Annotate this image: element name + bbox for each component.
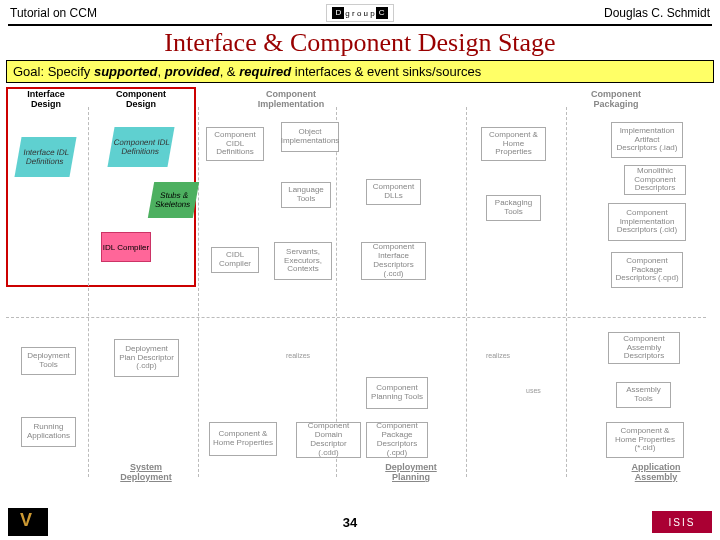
- node-interface-idl: Interface IDL Definitions: [14, 137, 76, 177]
- goal-suffix: interfaces & event sinks/sources: [291, 64, 481, 79]
- node-lang-tools: Language Tools: [281, 182, 331, 208]
- node-deploy-plan-desc: Deployment Plan Descriptor (.cdp): [114, 339, 179, 377]
- node-comp-pkg-desc: Component Package Descriptors (.cpd): [611, 252, 683, 288]
- divider-v5: [566, 107, 567, 477]
- label-realizes: realizes: [286, 352, 310, 359]
- node-cidl-compiler: CIDL Compiler: [211, 247, 259, 273]
- footer: V 34 ISIS: [0, 508, 720, 536]
- goal-c1: ,: [158, 64, 165, 79]
- col-deploy-plan: Deployment Planning: [371, 462, 451, 482]
- header-divider: [8, 24, 712, 26]
- node-comp-asm-desc: Component Assembly Descriptors: [608, 332, 680, 364]
- node-comp-home-prop3: Component & Home Properties (*.cid): [606, 422, 684, 458]
- node-deploy-tools: Deployment Tools: [21, 347, 76, 375]
- goal-i3: required: [239, 64, 291, 79]
- slide-title: Interface & Component Design Stage: [0, 28, 720, 58]
- goal-c2: , &: [220, 64, 240, 79]
- node-obj-impl: Object Implementations: [281, 122, 339, 152]
- node-mono-comp-desc: Monolithic Component Descriptors: [624, 165, 686, 195]
- goal-i1: supported: [94, 64, 158, 79]
- header-right-text: Douglas C. Schmidt: [394, 6, 710, 20]
- node-running-apps: Running Applications: [21, 417, 76, 447]
- node-servants: Servants, Executors, Contexts: [274, 242, 332, 280]
- label-realizes2: realizes: [486, 352, 510, 359]
- col-app-asm: Application Assembly: [621, 462, 691, 482]
- node-pkg-tools: Packaging Tools: [486, 195, 541, 221]
- header-logo: Dg r o u pC: [326, 4, 393, 22]
- divider-v2: [198, 107, 199, 477]
- col-comp-impl: Component Implementation: [251, 89, 331, 109]
- goal-bar: Goal: Specify supported, provided, & req…: [6, 60, 714, 83]
- header-left-text: Tutorial on CCM: [10, 6, 326, 20]
- page-number: 34: [48, 515, 652, 530]
- node-comp-plan-tools: Component Planning Tools: [366, 377, 428, 409]
- node-comp-dlls: Component DLLs: [366, 179, 421, 205]
- node-idl-compiler: IDL Compiler: [101, 232, 151, 262]
- node-comp-domain-desc: Component Domain Descriptor (.cdd): [296, 422, 361, 458]
- node-comp-int-desc: Component Interface Descriptors (.ccd): [361, 242, 426, 280]
- node-component-idl: Component IDL Definitions: [107, 127, 174, 167]
- node-comp-home-prop: Component & Home Properties: [481, 127, 546, 161]
- divider-v1: [88, 107, 89, 477]
- node-comp-pkg-desc2: Component Package Descriptors (.cpd): [366, 422, 428, 458]
- node-stubs-skeletons: Stubs & Skeletons: [148, 182, 199, 218]
- col-sys-deploy: System Deployment: [111, 462, 181, 482]
- diagram-canvas: Interface Design Component Design Compon…: [6, 87, 714, 487]
- node-comp-cidl: Component CIDL Definitions: [206, 127, 264, 161]
- node-impl-art-desc: Implementation Artifact Descriptors (.ia…: [611, 122, 683, 158]
- footer-logo-right: ISIS: [652, 511, 712, 533]
- footer-logo-left: V: [8, 508, 48, 536]
- node-comp-home-prop2: Component & Home Properties: [209, 422, 277, 456]
- goal-prefix: Goal: Specify: [13, 64, 94, 79]
- label-uses: uses: [526, 387, 541, 394]
- col-comp-pkg: Component Packaging: [576, 89, 656, 109]
- node-asm-tools: Assembly Tools: [616, 382, 671, 408]
- goal-i2: provided: [165, 64, 220, 79]
- divider-v4: [466, 107, 467, 477]
- divider-h1: [6, 317, 706, 318]
- node-comp-impl-desc: Component Implementation Descriptors (.c…: [608, 203, 686, 241]
